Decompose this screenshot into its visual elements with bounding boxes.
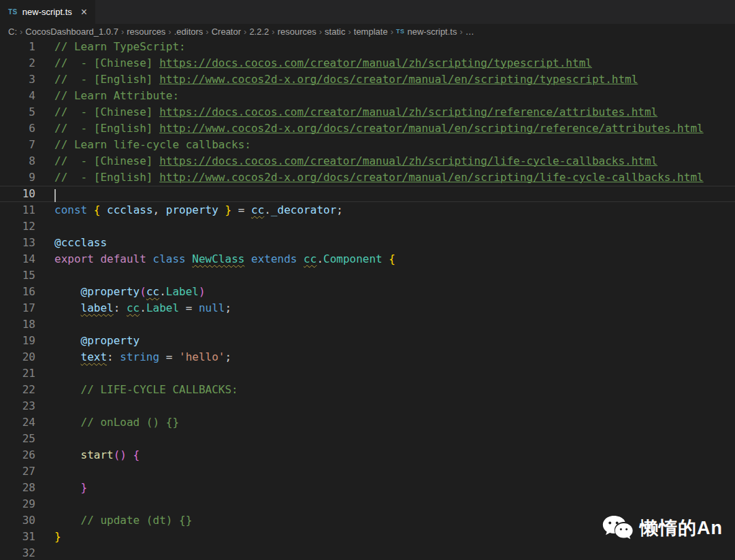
breadcrumb-item[interactable]: Creator [210,27,242,37]
code-token: text [81,350,108,363]
code-token [54,383,81,396]
code-text: // - [Chinese] https://docs.cocos.com/cr… [35,153,657,169]
code-line[interactable]: 21 [0,365,735,382]
code-line[interactable]: 1// Learn TypeScript: [0,39,735,55]
code-token: NewClass [192,252,244,265]
breadcrumb-item-label: resources [127,27,165,37]
breadcrumb-separator-icon: › [167,27,172,37]
code-line[interactable]: 7// Learn life-cycle callbacks: [0,137,735,153]
code-text: const { ccclass, property } = cc._decora… [35,202,343,218]
watermark: 懒惰的An [602,514,723,542]
code-token: ; [225,301,231,314]
code-token: https://docs.cocos.com/creator/manual/zh… [159,56,592,69]
breadcrumb-item[interactable]: .editors [173,27,205,37]
breadcrumb-item[interactable]: CocosDashboard_1.0.7 [24,27,120,37]
code-line[interactable]: 23 [0,398,735,414]
code-text: // - [English] http://www.cocos2d-x.org/… [35,169,704,186]
code-line[interactable]: 4// Learn Attribute: [0,88,735,104]
code-text [35,496,54,512]
code-token [54,334,81,347]
code-text [35,463,54,480]
code-token: ) [199,285,206,298]
tab-new-script[interactable]: TS new-script.ts × [0,0,95,24]
code-token: https://docs.cocos.com/creator/manual/zh… [159,154,657,167]
breadcrumb-item[interactable]: static [323,27,346,37]
code-line[interactable]: 19 @property [0,333,735,349]
code-token [244,252,251,265]
breadcrumb-item[interactable]: resources [276,27,318,37]
code-line[interactable]: 18 [0,316,735,333]
code-text [35,218,54,235]
line-number: 18 [0,316,35,333]
code-line[interactable]: 29 [0,496,735,512]
line-number: 15 [0,267,35,284]
code-line[interactable]: 3// - [English] http://www.cocos2d-x.org… [0,71,735,88]
breadcrumb-item[interactable]: template [353,27,389,37]
code-token [94,252,101,265]
code-line[interactable]: 13@ccclass [0,235,735,251]
code-line[interactable]: 14export default class NewClass extends … [0,251,735,267]
code-line[interactable]: 17 label: cc.Label = null; [0,300,735,316]
breadcrumb-item[interactable]: resources [125,27,167,37]
code-text: // - [English] http://www.cocos2d-x.org/… [35,120,704,137]
line-number: 9 [0,169,35,186]
line-number: 7 [0,137,35,153]
breadcrumb-separator-icon: › [318,27,323,37]
breadcrumb-separator-icon: › [120,27,125,37]
line-number: 5 [0,104,35,120]
code-line[interactable]: 5// - [Chinese] https://docs.cocos.com/c… [0,104,735,120]
code-text: label: cc.Label = null; [35,300,231,316]
code-line[interactable]: 6// - [English] http://www.cocos2d-x.org… [0,120,735,137]
breadcrumb-item[interactable]: … [464,27,476,37]
code-token [54,514,81,527]
code-line[interactable]: 20 text: string = 'hello'; [0,349,735,365]
code-line[interactable]: 25 [0,431,735,447]
code-token: @property [81,285,140,298]
line-number: 13 [0,235,35,251]
line-number: 17 [0,300,35,316]
code-token: const [54,203,87,216]
code-token: { [133,448,140,461]
code-token: : [114,301,127,314]
code-token: = [159,350,179,363]
code-line[interactable]: 16 @property(cc.Label) [0,284,735,300]
code-text [35,398,54,414]
code-line[interactable]: 27 [0,463,735,480]
code-line[interactable]: 8// - [Chinese] https://docs.cocos.com/c… [0,153,735,169]
code-area: 1// Learn TypeScript:2// - [Chinese] htt… [0,39,735,560]
code-token: @ccclass [54,236,107,249]
code-token [382,252,389,265]
code-token: = [179,301,199,314]
breadcrumb-item[interactable]: C: [7,27,18,37]
close-tab-icon[interactable]: × [81,7,87,18]
code-token: _decorator [271,203,336,216]
code-line[interactable]: 11const { ccclass, property } = cc._deco… [0,202,735,218]
code-line[interactable]: 15 [0,267,735,284]
code-token: : [107,350,120,363]
code-line[interactable]: 22 // LIFE-CYCLE CALLBACKS: [0,382,735,398]
code-line[interactable]: 28 } [0,480,735,496]
code-token: } [225,203,232,216]
breadcrumb-item[interactable]: TSnew-script.ts [395,27,458,37]
code-line[interactable]: 24 // onLoad () {} [0,414,735,431]
code-line[interactable]: 32 [0,545,735,560]
code-text: // - [English] http://www.cocos2d-x.org/… [35,71,638,88]
breadcrumb-separator-icon: › [389,27,395,37]
breadcrumb-item[interactable]: 2.2.2 [248,27,270,37]
code-token: export [54,252,94,265]
code-token [54,301,81,314]
line-number: 12 [0,218,35,235]
line-number: 1 [0,39,35,55]
code-token: Label [166,285,199,298]
code-line[interactable]: 26 start() { [0,447,735,463]
code-editor[interactable]: 1// Learn TypeScript:2// - [Chinese] htt… [0,39,735,560]
code-line[interactable]: 10 [0,186,735,202]
code-line[interactable]: 12 [0,218,735,235]
line-number: 16 [0,284,35,300]
typescript-file-icon: TS [8,8,18,16]
code-line[interactable]: 9// - [English] http://www.cocos2d-x.org… [0,169,735,186]
code-token: // onLoad () {} [81,416,180,429]
watermark-text: 懒惰的An [640,516,723,540]
code-line[interactable]: 2// - [Chinese] https://docs.cocos.com/c… [0,55,735,71]
line-number: 4 [0,88,35,104]
